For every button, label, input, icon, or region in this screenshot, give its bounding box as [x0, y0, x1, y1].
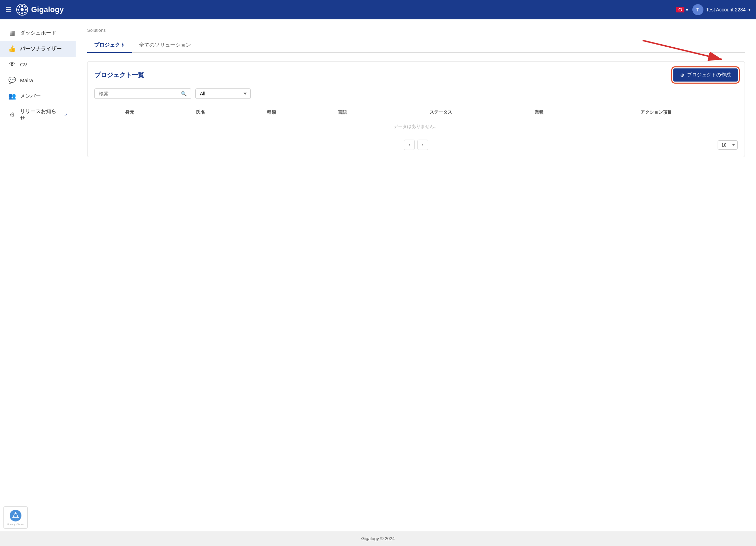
external-link-icon: ↗ — [64, 112, 67, 117]
empty-message: データはありません。 — [94, 119, 738, 134]
sidebar-label-cv: CV — [20, 62, 67, 67]
project-table: 身元 氏名 種類 言語 ステータス 業種 アクション項目 データはありません。 — [94, 106, 738, 134]
main-content: Solutions プロジェクト 全てのソリューション プロジェクト一覧 — [76, 19, 756, 531]
col-header-type: 種類 — [236, 106, 307, 119]
col-header-industry: 業種 — [504, 106, 575, 119]
svg-point-8 — [19, 12, 20, 13]
sidebar-label-release: リリースお知らせ — [20, 108, 60, 121]
svg-point-3 — [21, 12, 23, 14]
create-plus-icon: ⊕ — [680, 72, 684, 78]
avatar: T — [692, 4, 703, 15]
card-title: プロジェクト一覧 — [94, 71, 144, 79]
maira-icon: 💬 — [8, 76, 16, 84]
filter-row: 🔍 All Active Inactive — [94, 88, 738, 99]
cv-icon: 👁 — [8, 61, 16, 68]
footer: Gigalogy © 2024 — [0, 531, 756, 546]
member-icon: 👥 — [8, 92, 16, 100]
recaptcha-badge: Privacy · Terms — [3, 506, 28, 529]
language-selector[interactable]: ▾ — [676, 7, 688, 12]
logo-text: Gigalogy — [31, 5, 64, 14]
account-chevron-icon: ▾ — [748, 7, 750, 12]
create-button-label: プロジェクトの作成 — [687, 72, 731, 78]
sidebar-item-maira[interactable]: 💬 Maira — [0, 72, 76, 88]
header-left: ☰ Gigalogy — [6, 3, 64, 16]
logo: Gigalogy — [16, 3, 64, 16]
create-project-button[interactable]: ⊕ プロジェクトの作成 — [673, 68, 738, 82]
header: ☰ Gigalogy ▾ T Test Account 2234 — [0, 0, 756, 19]
project-list-card: プロジェクト一覧 ⊕ プロジェクトの作成 🔍 All Active Inacti… — [87, 61, 745, 157]
tab-all-solutions[interactable]: 全てのソリューション — [132, 38, 198, 53]
release-icon: ⚙ — [8, 111, 16, 119]
col-header-id: 身元 — [94, 106, 165, 119]
logo-icon — [16, 3, 28, 16]
hamburger-menu[interactable]: ☰ — [6, 6, 12, 14]
recaptcha-icon — [9, 509, 22, 522]
sidebar-item-dashboard[interactable]: ▦ ダッシュボード — [0, 25, 76, 41]
svg-point-6 — [19, 6, 20, 8]
recaptcha-text: Privacy · Terms — [7, 523, 24, 526]
search-icon: 🔍 — [181, 91, 187, 96]
page-size-select[interactable]: 10 20 50 100 — [718, 140, 738, 150]
col-header-lang: 言語 — [307, 106, 378, 119]
main-layout: ▦ ダッシュボード 👍 パーソナライザー 👁 CV 💬 Maira 👥 メンバー… — [0, 19, 756, 531]
col-header-status: ステータス — [378, 106, 504, 119]
tabs-container: プロジェクト 全てのソリューション — [87, 38, 745, 53]
prev-page-button[interactable]: ‹ — [404, 140, 415, 150]
sidebar-item-member[interactable]: 👥 メンバー — [0, 88, 76, 104]
svg-point-2 — [21, 5, 23, 7]
col-header-action: アクション項目 — [575, 106, 738, 119]
table-header-row: 身元 氏名 種類 言語 ステータス 業種 アクション項目 — [94, 106, 738, 119]
table-empty-row: データはありません。 — [94, 119, 738, 134]
sidebar-label-maira: Maira — [20, 77, 67, 83]
sidebar: ▦ ダッシュボード 👍 パーソナライザー 👁 CV 💬 Maira 👥 メンバー… — [0, 19, 76, 531]
search-input[interactable] — [99, 91, 178, 96]
pagination: ‹ › 10 20 50 100 — [94, 140, 738, 150]
next-page-button[interactable]: › — [417, 140, 428, 150]
sidebar-label-member: メンバー — [20, 93, 67, 100]
account-button[interactable]: T Test Account 2234 ▾ — [692, 4, 750, 15]
svg-point-5 — [25, 9, 27, 10]
japan-flag-icon — [676, 7, 684, 12]
col-header-name: 氏名 — [165, 106, 236, 119]
svg-point-9 — [24, 12, 26, 13]
filter-select[interactable]: All Active Inactive — [195, 88, 251, 99]
sidebar-label-personalizer: パーソナライザー — [20, 46, 67, 52]
footer-text: Gigalogy © 2024 — [361, 536, 395, 541]
svg-point-7 — [24, 6, 26, 8]
account-name: Test Account 2234 — [706, 7, 746, 12]
sidebar-label-dashboard: ダッシュボード — [20, 30, 67, 36]
svg-point-4 — [18, 9, 19, 10]
tab-projects[interactable]: プロジェクト — [87, 38, 132, 53]
sidebar-item-personalizer[interactable]: 👍 パーソナライザー — [0, 41, 76, 57]
lang-chevron: ▾ — [686, 7, 688, 12]
sidebar-item-release[interactable]: ⚙ リリースお知らせ ↗ — [0, 104, 76, 125]
header-right: ▾ T Test Account 2234 ▾ — [676, 4, 750, 15]
svg-point-13 — [14, 514, 17, 517]
svg-point-1 — [21, 8, 24, 11]
search-box[interactable]: 🔍 — [94, 88, 191, 99]
sidebar-item-cv[interactable]: 👁 CV — [0, 57, 76, 72]
personalizer-icon: 👍 — [8, 45, 16, 53]
breadcrumb: Solutions — [87, 28, 745, 33]
card-header: プロジェクト一覧 ⊕ プロジェクトの作成 — [94, 68, 738, 82]
dashboard-icon: ▦ — [8, 29, 16, 37]
